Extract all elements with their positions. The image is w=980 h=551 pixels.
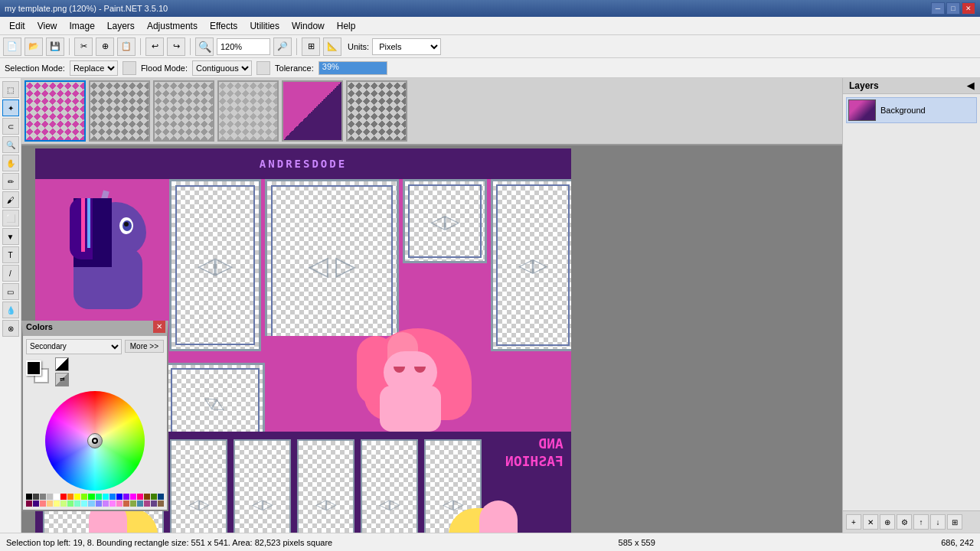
- minimize-button[interactable]: ─: [931, 2, 945, 15]
- selection-tool-btn[interactable]: ⬚: [2, 81, 19, 98]
- palette-color-swatch[interactable]: [60, 494, 67, 500]
- thumb-6[interactable]: [346, 80, 407, 142]
- duplicate-layer-button[interactable]: ⊕: [880, 514, 895, 530]
- palette-color-swatch[interactable]: [151, 494, 157, 500]
- palette-color-swatch[interactable]: [33, 500, 39, 507]
- palette-color-swatch[interactable]: [137, 500, 143, 507]
- text-btn[interactable]: T: [2, 246, 19, 263]
- palette-color-swatch[interactable]: [26, 500, 32, 507]
- palette-color-swatch[interactable]: [109, 494, 116, 500]
- foreground-color-swatch[interactable]: [26, 360, 41, 376]
- menu-effects[interactable]: Effects: [204, 19, 243, 33]
- fill-btn[interactable]: ▼: [2, 228, 19, 245]
- palette-color-swatch[interactable]: [74, 494, 80, 500]
- menu-view[interactable]: View: [31, 19, 64, 33]
- delete-layer-button[interactable]: ✕: [863, 514, 878, 530]
- copy-button[interactable]: ⊕: [96, 37, 114, 56]
- color-picker-btn[interactable]: 💧: [2, 302, 19, 318]
- thumb-4[interactable]: [217, 80, 279, 142]
- merge-layers-button[interactable]: ⊞: [947, 514, 962, 530]
- palette-color-swatch[interactable]: [158, 500, 164, 507]
- color-wheel[interactable]: [45, 391, 145, 491]
- palette-color-swatch[interactable]: [33, 494, 39, 500]
- menu-image[interactable]: Image: [63, 19, 100, 33]
- menu-window[interactable]: Window: [286, 19, 331, 33]
- colors-panel-close-button[interactable]: ✕: [153, 321, 165, 333]
- new-button[interactable]: 📄: [3, 37, 21, 56]
- thumb-1[interactable]: [24, 80, 86, 142]
- layers-collapse-icon[interactable]: ◀: [967, 80, 974, 91]
- palette-color-swatch[interactable]: [74, 500, 80, 507]
- palette-color-swatch[interactable]: [103, 494, 109, 500]
- palette-color-swatch[interactable]: [151, 500, 157, 507]
- palette-color-swatch[interactable]: [130, 500, 136, 507]
- color-mode-select[interactable]: Secondary Primary: [26, 339, 122, 354]
- menu-edit[interactable]: Edit: [3, 19, 31, 33]
- move-layer-up-button[interactable]: ↑: [913, 514, 929, 530]
- palette-color-swatch[interactable]: [96, 494, 102, 500]
- zoom-input[interactable]: 120%: [217, 38, 270, 55]
- palette-color-swatch[interactable]: [144, 494, 150, 500]
- paste-button[interactable]: 📋: [117, 37, 136, 56]
- units-select[interactable]: Pixels Inches Centimeters: [372, 38, 441, 55]
- zoom-tool-btn[interactable]: 🔍: [2, 136, 19, 153]
- close-button[interactable]: ✕: [962, 2, 975, 15]
- more-colors-button[interactable]: More >>: [125, 340, 164, 353]
- palette-color-swatch[interactable]: [47, 494, 53, 500]
- palette-color-swatch[interactable]: [130, 494, 136, 500]
- palette-color-swatch[interactable]: [103, 500, 109, 507]
- pencil-btn[interactable]: ✏: [2, 173, 19, 190]
- canvas-area[interactable]: ANDRESDODE: [21, 78, 842, 533]
- menu-adjustments[interactable]: Adjustments: [141, 19, 204, 33]
- zoom-in-button[interactable]: 🔎: [273, 37, 292, 56]
- reset-colors-button[interactable]: [55, 357, 69, 371]
- pan-btn[interactable]: ✋: [2, 155, 19, 171]
- palette-color-swatch[interactable]: [88, 500, 94, 507]
- brush-btn[interactable]: 🖌: [2, 191, 19, 208]
- color-wheel-container[interactable]: [26, 391, 164, 491]
- layer-item-background[interactable]: Background: [846, 97, 977, 123]
- palette-color-swatch[interactable]: [123, 494, 129, 500]
- maximize-button[interactable]: □: [946, 2, 960, 15]
- thumb-5[interactable]: [282, 80, 343, 142]
- palette-color-swatch[interactable]: [54, 494, 60, 500]
- thumb-2[interactable]: [89, 80, 150, 142]
- move-layer-down-button[interactable]: ↓: [930, 514, 946, 530]
- thumb-3[interactable]: [153, 80, 214, 142]
- shape-btn[interactable]: ▭: [2, 283, 19, 300]
- selection-mode-select[interactable]: Replace Add Subtract: [70, 60, 118, 76]
- palette-color-swatch[interactable]: [67, 500, 74, 507]
- flood-mode-select[interactable]: Contiguous Global: [192, 60, 252, 76]
- magic-wand-btn[interactable]: ✦: [2, 99, 19, 116]
- eraser-btn[interactable]: ⬜: [2, 210, 19, 227]
- redo-button[interactable]: ↪: [167, 37, 185, 56]
- palette-color-swatch[interactable]: [116, 494, 122, 500]
- palette-color-swatch[interactable]: [81, 494, 87, 500]
- palette-color-swatch[interactable]: [137, 494, 143, 500]
- palette-color-swatch[interactable]: [96, 500, 102, 507]
- palette-color-swatch[interactable]: [40, 500, 46, 507]
- grid-button[interactable]: ⊞: [302, 37, 320, 56]
- menu-utilities[interactable]: Utilities: [243, 19, 286, 33]
- palette-color-swatch[interactable]: [116, 500, 122, 507]
- palette-color-swatch[interactable]: [158, 494, 164, 500]
- palette-color-swatch[interactable]: [47, 500, 53, 507]
- cut-button[interactable]: ✂: [74, 37, 93, 56]
- line-btn[interactable]: /: [2, 265, 19, 282]
- palette-color-swatch[interactable]: [123, 500, 129, 507]
- clone-btn[interactable]: ⊗: [2, 320, 19, 337]
- open-button[interactable]: 📂: [24, 37, 43, 56]
- menu-help[interactable]: Help: [331, 19, 362, 33]
- zoom-out-button[interactable]: 🔍: [195, 37, 214, 56]
- undo-button[interactable]: ↩: [145, 37, 164, 56]
- menu-layers[interactable]: Layers: [101, 19, 141, 33]
- palette-color-swatch[interactable]: [144, 500, 150, 507]
- palette-color-swatch[interactable]: [40, 494, 46, 500]
- palette-color-swatch[interactable]: [81, 500, 87, 507]
- ruler-button[interactable]: 📐: [323, 37, 341, 56]
- swap-colors-button[interactable]: ⇄: [55, 373, 69, 386]
- palette-color-swatch[interactable]: [60, 500, 67, 507]
- palette-color-swatch[interactable]: [26, 494, 32, 500]
- palette-color-swatch[interactable]: [109, 500, 116, 507]
- lasso-btn[interactable]: ⊂: [2, 118, 19, 135]
